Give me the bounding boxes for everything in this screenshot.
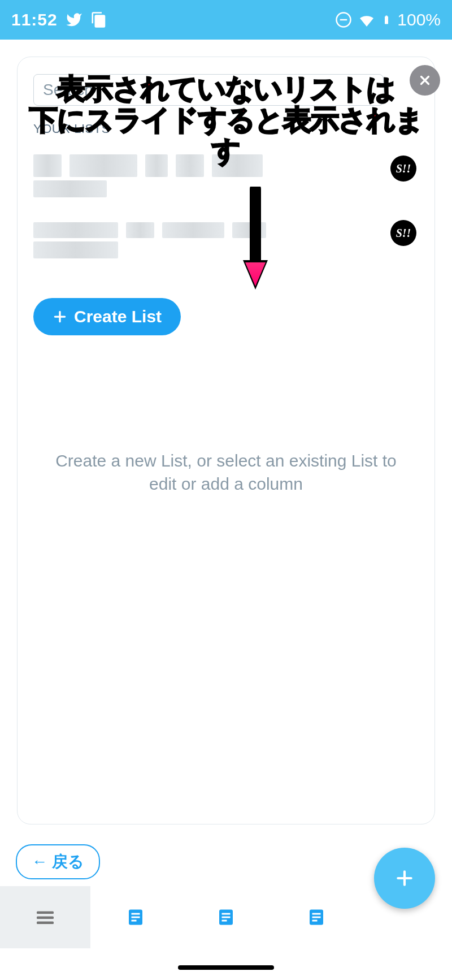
copy-icon [90, 11, 107, 28]
list-item[interactable]: S!! [33, 212, 419, 269]
compose-fab[interactable] [374, 848, 435, 909]
svg-rect-16 [312, 920, 318, 922]
svg-rect-14 [312, 913, 321, 915]
column-icon [306, 907, 327, 927]
nav-column-2[interactable] [181, 886, 271, 948]
svg-rect-6 [132, 913, 140, 915]
search-input[interactable] [33, 74, 384, 106]
list-badge: S!! [390, 220, 416, 246]
column-icon [216, 907, 236, 927]
hint-text: Create a new List, or select an existing… [18, 450, 434, 495]
battery-icon [381, 11, 392, 28]
svg-rect-2 [37, 912, 54, 914]
plus-icon [393, 867, 416, 890]
status-time: 11:52 [11, 10, 58, 29]
nav-column-1[interactable] [90, 886, 181, 948]
nav-column-3[interactable] [271, 886, 362, 948]
status-bar: 11:52 100% [0, 0, 452, 40]
svg-rect-8 [132, 920, 137, 922]
your-lists-label: YOUR LISTS [33, 122, 419, 136]
svg-rect-15 [312, 917, 321, 918]
back-button-label: ← 戻る [32, 853, 84, 870]
column-icon [125, 907, 146, 927]
svg-rect-3 [37, 917, 54, 919]
svg-rect-7 [132, 917, 140, 918]
close-icon [418, 73, 432, 88]
nav-menu[interactable] [0, 886, 90, 948]
hamburger-icon [35, 907, 55, 927]
svg-rect-4 [37, 922, 54, 925]
svg-rect-10 [222, 913, 231, 915]
battery-percentage: 100% [397, 10, 441, 29]
plus-icon [53, 309, 67, 324]
svg-rect-11 [222, 917, 231, 918]
dnd-icon [335, 11, 352, 28]
svg-rect-12 [222, 920, 227, 922]
home-indicator [178, 965, 274, 970]
create-list-button[interactable]: Create List [33, 298, 181, 335]
close-button[interactable] [410, 65, 440, 96]
twitter-icon [66, 11, 82, 28]
list-modal: YOUR LISTS S!! [17, 57, 435, 824]
wifi-icon [358, 11, 376, 29]
list-item[interactable]: S!! [33, 148, 419, 204]
create-list-label: Create List [74, 307, 162, 326]
back-button[interactable]: ← 戻る [16, 844, 100, 879]
list-badge: S!! [390, 156, 416, 182]
